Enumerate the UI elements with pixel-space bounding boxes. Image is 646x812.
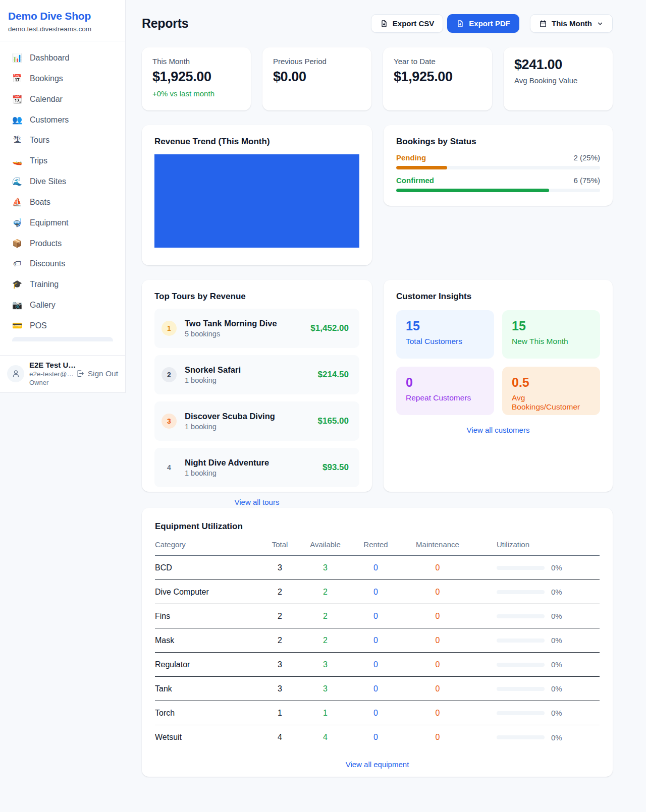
stat-label: This Month [152,57,240,66]
cell-utilization: 0% [473,709,600,717]
sidebar-item-customers[interactable]: 👥 Customers [6,110,119,129]
cell-total: 2 [258,636,301,645]
sidebar-item-trips[interactable]: 🚤 Trips [6,151,119,170]
sidebar-item-tours[interactable]: 🏝 Tours [6,131,119,149]
tour-bookings: 1 booking [185,376,241,384]
table-row: Torch 1 1 0 0 0% [155,701,600,725]
utilization-percent: 0% [551,733,562,742]
sidebar-item-dashboard[interactable]: 📊 Dashboard [6,48,119,67]
view-all-equipment-link[interactable]: View all equipment [155,760,600,769]
sidebar-nav: 📊 Dashboard 📅 Bookings 📆 Calendar 👥 Cust… [0,41,125,341]
cell-rented: 0 [349,612,402,621]
tour-bookings: 5 bookings [185,330,277,338]
user-name: E2E Test U… [29,361,71,369]
revenue-trend-card: Revenue Trend (This Month) [142,125,372,265]
utilization-percent: 0% [551,684,562,693]
status-label: Pending [396,153,426,162]
status-bar-track [396,189,600,192]
cell-total: 4 [258,733,301,742]
period-select[interactable]: This Month [530,14,613,33]
tour-row: 4 Night Dive Adventure 1 booking $93.50 [154,448,359,487]
cell-rented: 0 [349,709,402,718]
period-label: This Month [552,19,592,28]
sidebar-item-bookings[interactable]: 📅 Bookings [6,69,119,88]
bar-chart-icon: 📊 [12,53,22,63]
user-email: e2e-tester@… [29,370,71,378]
sign-out-button[interactable]: Sign Out [76,369,118,378]
status-label: Confirmed [396,176,434,185]
view-all-tours-link[interactable]: View all tours [154,498,359,506]
bookings-by-status-title: Bookings by Status [396,137,600,147]
sidebar-item-label: Calendar [30,95,63,104]
sidebar-item-gallery[interactable]: 📷 Gallery [6,296,119,314]
cell-maintenance: 0 [402,588,473,597]
customer-insights-card: Customer Insights 15 Total Customers 15 … [384,280,613,492]
view-all-customers-link[interactable]: View all customers [396,426,600,434]
col-utilization: Utilization [473,540,600,549]
top-tours-card: Top Tours by Revenue 1 Two Tank Morning … [142,280,372,492]
sidebar-item-products[interactable]: 📦 Products [6,234,119,253]
sidebar-item-discounts[interactable]: 🏷 Discounts [6,255,119,273]
table-row: Wetsuit 4 4 0 0 0% [155,725,600,749]
tour-row: 2 Snorkel Safari 1 booking $214.50 [154,355,359,394]
sidebar-item-pos[interactable]: 💳 POS [6,316,119,335]
sidebar-item-label: Products [30,239,62,248]
cell-rented: 0 [349,684,402,693]
tile-value: 0.5 [512,375,590,390]
export-pdf-label: Export PDF [469,19,510,28]
sidebar-item-equipment[interactable]: 🤿 Equipment [6,213,119,232]
stat-card-previous-period: Previous Period $0.00 [262,47,371,110]
tile-label: Avg Bookings/Customer [512,393,590,412]
cell-utilization: 0% [473,588,600,596]
tag-icon: 🏷 [12,259,22,268]
cell-category: Regulator [155,660,258,669]
cell-utilization: 0% [473,636,600,645]
sidebar-active-item-partial[interactable] [12,337,113,341]
stat-value: $1,925.00 [394,69,481,85]
stat-value: $1,925.00 [152,69,240,85]
sidebar-item-label: Trips [30,156,47,165]
sidebar-item-label: Dashboard [30,53,69,63]
sign-out-label: Sign Out [88,369,118,378]
tile-new-this-month: 15 New This Month [502,310,600,359]
export-pdf-button[interactable]: Export PDF [447,14,519,33]
sidebar-item-label: Gallery [30,301,56,310]
sidebar-item-boats[interactable]: ⛵ Boats [6,193,119,211]
stat-label: Avg Booking Value [514,76,602,85]
cell-category: Tank [155,684,258,693]
sidebar-item-label: Dive Sites [30,177,66,186]
cell-maintenance: 0 [402,636,473,645]
tile-value: 15 [512,319,590,333]
page-title: Reports [142,16,188,31]
cell-utilization: 0% [473,612,600,620]
utilization-bar-track [497,566,545,570]
tile-value: 0 [406,375,484,390]
cell-total: 2 [258,612,301,621]
table-row: Dive Computer 2 2 0 0 0% [155,580,600,604]
top-tours-title: Top Tours by Revenue [154,292,359,302]
cell-available: 1 [301,709,349,718]
status-count: 2 (25%) [573,153,600,162]
export-csv-button[interactable]: Export CSV [371,14,444,33]
utilization-percent: 0% [551,563,562,572]
table-row: Tank 3 3 0 0 0% [155,677,600,701]
sidebar-item-label: Discounts [30,259,65,268]
tile-label: Repeat Customers [406,393,484,402]
cell-available: 3 [301,684,349,693]
sidebar-item-calendar[interactable]: 📆 Calendar [6,90,119,108]
utilization-bar-track [497,614,545,618]
cell-available: 2 [301,588,349,597]
status-row-confirmed: Confirmed 6 (75%) [396,176,600,192]
tour-revenue: $165.00 [318,416,349,426]
cell-rented: 0 [349,563,402,572]
sidebar-item-dive-sites[interactable]: 🌊 Dive Sites [6,172,119,191]
cell-available: 3 [301,563,349,572]
table-row: BCD 3 3 0 0 0% [155,556,600,580]
tile-total-customers: 15 Total Customers [396,310,494,359]
cell-utilization: 0% [473,733,600,742]
equipment-table-header: Category Total Available Rented Maintena… [155,540,600,556]
sailboat-icon: ⛵ [12,197,22,207]
sidebar-item-training[interactable]: 🎓 Training [6,275,119,294]
sidebar-item-label: Boats [30,198,50,207]
dive-mask-icon: 🤿 [12,218,22,227]
